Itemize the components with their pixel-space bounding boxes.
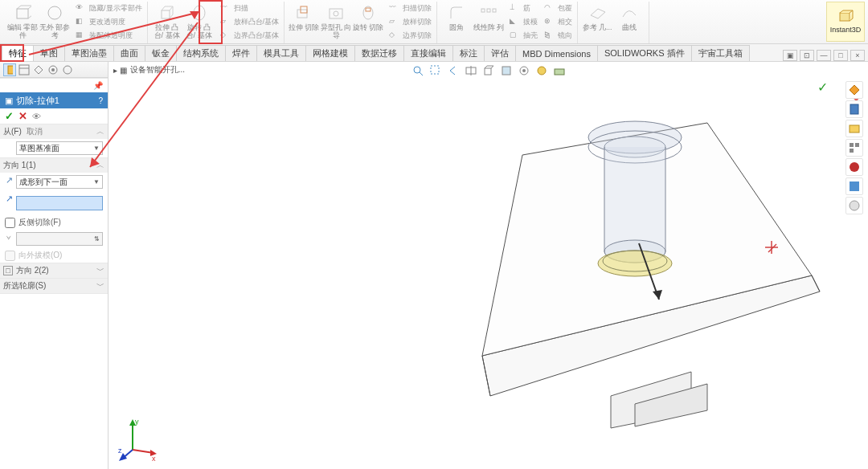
- prev-view-button[interactable]: [446, 63, 461, 78]
- loft-cut-button[interactable]: ▱放样切除: [387, 15, 433, 28]
- sweep-button[interactable]: 〰扫描: [219, 2, 281, 14]
- cancel-button[interactable]: ✕: [18, 110, 27, 122]
- tab-evaluate[interactable]: 评估: [484, 45, 516, 61]
- reverse-direction-icon[interactable]: ↗: [3, 175, 14, 186]
- svg-rect-4: [297, 10, 307, 18]
- boundary-cut-button[interactable]: ◇边界切除: [387, 29, 433, 42]
- edit-appearance-button[interactable]: [534, 63, 549, 78]
- appearances-button[interactable]: [845, 158, 863, 176]
- flip-side-checkbox[interactable]: 反侧切除(F): [0, 215, 108, 230]
- tab-datamig[interactable]: 数据迁移: [354, 45, 404, 61]
- svg-rect-26: [502, 67, 510, 75]
- resources-button[interactable]: [845, 81, 863, 99]
- tab-sketch[interactable]: 草图: [33, 45, 65, 61]
- file-explorer-button[interactable]: [845, 120, 863, 137]
- cut-revolve-button[interactable]: 旋转 切除: [352, 2, 384, 42]
- svg-point-20: [414, 67, 420, 73]
- config-tab[interactable]: [32, 63, 45, 76]
- direction-ref-icon[interactable]: ↗: [3, 194, 14, 204]
- help-icon[interactable]: ?: [98, 96, 103, 105]
- expand-icon[interactable]: □: [3, 266, 13, 275]
- contour-header[interactable]: 所选轮廓(S) ﹀: [0, 279, 108, 293]
- curves-button[interactable]: 曲线: [613, 2, 645, 42]
- hide-show-button[interactable]: 👁隐藏/显示零部件: [74, 2, 144, 14]
- draft-button[interactable]: ◣拔模: [508, 15, 539, 28]
- custom-props-button[interactable]: [845, 177, 863, 195]
- intersect-button[interactable]: ⊗相交: [542, 15, 574, 28]
- tab-directedit[interactable]: 直接编辑: [403, 45, 453, 61]
- dimxpert-tab[interactable]: [47, 63, 59, 76]
- direction-reference-input[interactable]: [16, 196, 103, 210]
- window-max-button[interactable]: □: [833, 50, 848, 61]
- zoom-fit-button[interactable]: [411, 63, 425, 78]
- flyout-tree-icon[interactable]: ▸ ▦: [113, 66, 127, 75]
- tab-sheetmetal[interactable]: 钣金: [145, 45, 177, 61]
- boundary-button[interactable]: ◇边界凸台/基体: [219, 29, 281, 42]
- loft-button[interactable]: ▱放样凸台/基体: [219, 15, 281, 28]
- tab-mesh[interactable]: 网格建模: [305, 45, 355, 61]
- svg-rect-9: [366, 8, 371, 11]
- window-min-button[interactable]: —: [817, 50, 831, 61]
- feature-tree-tab[interactable]: [3, 63, 16, 76]
- draft-angle-input[interactable]: ⇅: [16, 232, 103, 246]
- instant3d-button[interactable]: Instant3D: [826, 2, 865, 42]
- design-lib-button[interactable]: [845, 100, 863, 118]
- shell-button[interactable]: ▢抽壳: [508, 29, 539, 42]
- hole-wizard-button[interactable]: 异型孔 向导: [320, 2, 352, 42]
- fillet-button[interactable]: 圆角: [440, 2, 473, 42]
- apply-scene-button[interactable]: [552, 63, 567, 78]
- tab-surface[interactable]: 曲面: [113, 45, 145, 61]
- sweep-cut-button[interactable]: 〰扫描切除: [387, 2, 433, 14]
- assy-transp-button[interactable]: ▦装配体透明度: [74, 29, 144, 42]
- tab-universe[interactable]: 宇宙工具箱: [691, 45, 750, 61]
- display-style-button[interactable]: [499, 63, 514, 78]
- display-tab[interactable]: [61, 63, 74, 76]
- ext-ref-button[interactable]: 无外 部参 考: [39, 2, 71, 42]
- window-layout2-button[interactable]: ⊡: [800, 50, 814, 61]
- wrap-button[interactable]: ◠包覆: [542, 2, 574, 14]
- graphics-viewport[interactable]: ▸ ▦ 设备智能开孔... ✓ ✕: [108, 62, 868, 469]
- cut-extrude-icon: ▣: [5, 96, 13, 106]
- window-layout1-button[interactable]: ▣: [783, 50, 797, 61]
- tab-sketchink[interactable]: 草图油墨: [64, 45, 114, 61]
- from-dropdown[interactable]: 草图基准面▼: [16, 141, 103, 155]
- view-orient-button[interactable]: [481, 63, 496, 78]
- view-palette-button[interactable]: [845, 139, 863, 157]
- rib-button[interactable]: ⟘筋: [508, 2, 539, 14]
- pin-icon[interactable]: 📌: [93, 81, 103, 90]
- extrude-boss-button[interactable]: 拉伸 凸台/ 基体: [151, 2, 183, 42]
- end-condition-dropdown[interactable]: 成形到下一面▼: [16, 175, 103, 189]
- forum-button[interactable]: [845, 197, 863, 214]
- draft-angle-icon[interactable]: ⦡: [3, 232, 14, 243]
- collapse-icon[interactable]: ︿: [96, 126, 104, 137]
- pattern-button[interactable]: 线性阵 列: [473, 2, 505, 42]
- expand-icon[interactable]: ﹀: [96, 265, 104, 276]
- view-triad[interactable]: y x z: [118, 416, 158, 461]
- from-header[interactable]: 从(F) 取消 ︿: [0, 124, 108, 139]
- svg-text:x: x: [152, 455, 156, 461]
- collapse-icon[interactable]: ︿: [96, 160, 104, 171]
- tab-annotate[interactable]: 标注: [452, 45, 485, 61]
- ribbon-group-assembly: 编辑 零部件 无外 部参 考 👁隐藏/显示零部件 ◧更改透明度 ▦装配体透明度: [3, 2, 148, 43]
- tab-mbd[interactable]: MBD Dimensions: [515, 45, 598, 61]
- breadcrumb[interactable]: ▸ ▦ 设备智能开孔...: [113, 64, 185, 75]
- tab-mold[interactable]: 模具工具: [256, 45, 306, 61]
- refgeom-button[interactable]: 参考 几...: [581, 2, 613, 42]
- mirror-button[interactable]: ⧎镜向: [542, 29, 574, 42]
- tab-struct[interactable]: 结构系统: [176, 45, 226, 61]
- direction1-header[interactable]: 方向 1(1) ︿: [0, 158, 108, 173]
- section-view-button[interactable]: [464, 63, 478, 78]
- tab-swaddin[interactable]: SOLIDWORKS 插件: [597, 45, 692, 61]
- hide-show-items-button[interactable]: [517, 63, 531, 78]
- tab-weld[interactable]: 焊件: [225, 45, 257, 61]
- preview-button[interactable]: 👁: [32, 112, 41, 121]
- ok-button[interactable]: ✓: [5, 110, 14, 122]
- cut-extrude-button[interactable]: 拉伸 切除: [288, 2, 320, 42]
- edit-part-button[interactable]: 编辑 零部件: [6, 2, 39, 42]
- expand-icon[interactable]: ﹀: [96, 280, 104, 292]
- zoom-area-button[interactable]: [428, 63, 443, 78]
- transp-button[interactable]: ◧更改透明度: [74, 15, 144, 28]
- property-tab[interactable]: [18, 63, 31, 76]
- window-close-button[interactable]: ×: [850, 50, 865, 61]
- direction2-header[interactable]: □ 方向 2(2) ﹀: [0, 263, 108, 278]
